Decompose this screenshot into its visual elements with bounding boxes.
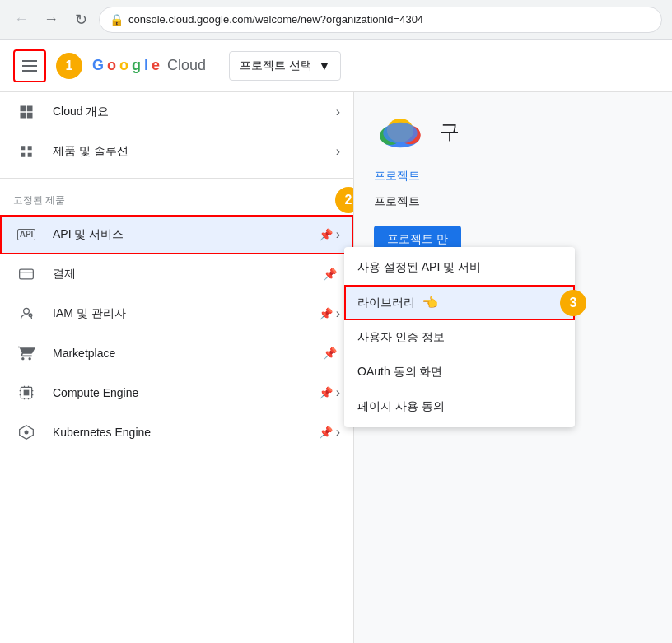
api-services-label: API 및 서비스	[53, 227, 319, 242]
sidebar-item-products[interactable]: 제품 및 솔루션 ›	[0, 132, 353, 171]
submenu-item-oauth[interactable]: OAuth 동의 화면	[344, 355, 575, 389]
kubernetes-icon	[13, 424, 40, 440]
forward-button[interactable]: →	[40, 8, 63, 31]
hand-cursor-icon: 👈	[422, 295, 438, 310]
submenu-item-credentials[interactable]: 사용자 인증 정보	[344, 320, 575, 355]
project-manage: 프로젝트	[374, 193, 652, 209]
cloud-overview-label: Cloud 개요	[53, 105, 336, 119]
marketplace-icon	[13, 345, 40, 361]
pin-icon-iam: 📌	[319, 307, 333, 320]
main-content: Cloud 개요 › 제품 및 솔루션 › 고정된 제품 2	[0, 92, 672, 643]
project-link[interactable]: 프로젝트	[374, 169, 420, 182]
hamburger-line-1	[22, 60, 37, 62]
project-select-label: 프로젝트 선택	[240, 58, 312, 73]
sidebar-item-iam[interactable]: IAM 및 관리자 📌 ›	[0, 294, 353, 333]
pin-icon-billing: 📌	[323, 268, 337, 281]
pin-icon-compute: 📌	[319, 386, 333, 399]
project-manage-label: 프로젝트	[374, 194, 420, 207]
sidebar-divider-1	[0, 178, 353, 179]
sidebar-item-marketplace[interactable]: Marketplace 📌	[0, 333, 353, 373]
billing-icon	[13, 266, 40, 282]
svg-point-11	[383, 123, 418, 144]
logo-g: G	[92, 57, 104, 74]
app-container: 1 Google Cloud 프로젝트 선택 ▼ Cloud 개요 ›	[0, 40, 672, 643]
svg-point-2	[29, 313, 33, 317]
svg-rect-0	[20, 269, 34, 279]
chevron-kubernetes: ›	[336, 425, 340, 440]
app-header: 1 Google Cloud 프로젝트 선택 ▼	[0, 40, 672, 92]
cloud-logo-icon	[374, 112, 427, 151]
chevron-icon: ›	[336, 105, 340, 119]
products-icon	[13, 143, 40, 160]
reload-button[interactable]: ↻	[69, 8, 92, 31]
submenu-item-library[interactable]: 라이브러리 👈 3	[344, 285, 575, 320]
sidebar-item-billing[interactable]: 결제 📌	[0, 254, 353, 294]
billing-label: 결제	[53, 267, 323, 282]
lock-icon: 🔒	[110, 13, 124, 26]
svg-point-1	[24, 308, 30, 314]
api-submenu: 사용 설정된 API 및 서비 라이브러리 👈 3 사용자 인증 정보 OAut…	[344, 247, 575, 427]
sidebar-item-kubernetes[interactable]: Kubernetes Engine 📌 ›	[0, 412, 353, 452]
kubernetes-label: Kubernetes Engine	[53, 426, 319, 439]
step-2-badge: 2	[335, 187, 354, 213]
chevron-icon-2: ›	[336, 144, 340, 159]
step-3-badge: 3	[560, 290, 586, 316]
svg-rect-4	[24, 390, 30, 396]
project-info: 프로젝트	[374, 168, 652, 184]
chevron-api: ›	[336, 227, 340, 242]
api-services-icon: API	[13, 229, 40, 240]
compute-engine-icon	[13, 384, 40, 401]
iam-label: IAM 및 관리자	[53, 306, 319, 321]
dropdown-icon: ▼	[319, 59, 330, 72]
submenu-item-enabled-apis[interactable]: 사용 설정된 API 및 서비	[344, 250, 575, 285]
project-select-button[interactable]: 프로젝트 선택 ▼	[229, 51, 341, 81]
chevron-iam: ›	[336, 306, 340, 321]
pin-icon-kubernetes: 📌	[319, 426, 333, 439]
iam-icon	[13, 305, 40, 322]
sidebar-item-api-services[interactable]: API API 및 서비스 📌 ›	[0, 215, 353, 254]
back-button[interactable]: ←	[10, 8, 33, 31]
pin-icon-api: 📌	[319, 228, 333, 241]
sidebar: Cloud 개요 › 제품 및 솔루션 › 고정된 제품 2	[0, 92, 354, 643]
compute-engine-label: Compute Engine	[53, 386, 319, 399]
browser-bar: ← → ↻ 🔒 console.cloud.google.com/welcome…	[0, 0, 672, 40]
cloud-overview-icon	[13, 104, 40, 120]
url-text: console.cloud.google.com/welcome/new?org…	[128, 13, 423, 26]
right-cloud-text: 구	[440, 119, 460, 145]
sidebar-item-compute-engine[interactable]: Compute Engine 📌 ›	[0, 373, 353, 412]
marketplace-label: Marketplace	[53, 347, 323, 360]
hamburger-line-3	[22, 70, 37, 72]
svg-point-6	[25, 431, 29, 435]
submenu-item-page-usage[interactable]: 페이지 사용 동의	[344, 389, 575, 424]
products-label: 제품 및 솔루션	[53, 144, 336, 159]
hamburger-menu-button[interactable]	[13, 49, 46, 82]
sidebar-item-cloud-overview[interactable]: Cloud 개요 ›	[0, 92, 353, 132]
hamburger-line-2	[22, 65, 37, 67]
cloud-area: 구	[374, 112, 652, 151]
address-bar[interactable]: 🔒 console.cloud.google.com/welcome/new?o…	[99, 7, 662, 33]
step-1-badge: 1	[56, 53, 82, 79]
chevron-compute: ›	[336, 385, 340, 400]
google-cloud-logo: Google Cloud	[92, 57, 206, 74]
pinned-section-label: 고정된 제품 2	[0, 185, 353, 215]
pin-icon-marketplace: 📌	[323, 347, 337, 360]
